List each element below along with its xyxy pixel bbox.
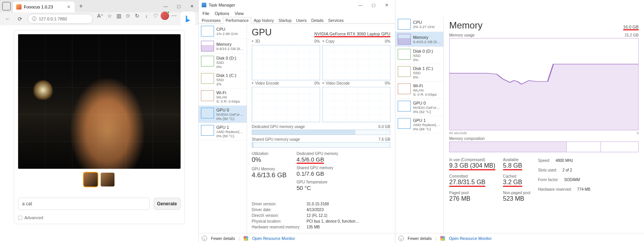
sidebar-item-cpu[interactable]: CPU1% 2.98 GHz (199, 24, 247, 39)
tm-titlebar: Task Manager — ▢ ✕ (199, 0, 395, 10)
detail-title: GPU (252, 27, 272, 38)
reading-list-icon[interactable]: ▥ (115, 12, 123, 20)
image-decoration (18, 34, 181, 169)
generated-image[interactable] (18, 34, 181, 169)
paged-value: 276 MB (449, 195, 495, 202)
memory-graph[interactable] (449, 38, 639, 130)
browser-titlebar: Fooocus 1.0.23 ✕ + — ▢ ✕ (0, 0, 198, 12)
advanced-checkbox[interactable] (18, 216, 22, 220)
sidebar-item-wi-fi[interactable]: Wi-FiWLANS: 0 R: 0 Kbps (199, 88, 247, 106)
memory-total: 16.0 GB (623, 25, 639, 30)
graph-3d[interactable] (252, 45, 320, 80)
sidebar-item-gpu-1[interactable]: GPU 1AMD Radeon(TM) Gra…0% (66 °C) (395, 116, 443, 133)
tab-app-history[interactable]: App history (251, 17, 276, 23)
generate-button[interactable]: Generate (154, 198, 181, 210)
tab-users[interactable]: Users (294, 17, 309, 23)
menu-file[interactable]: File (200, 11, 212, 16)
dedicated-mem-graph[interactable] (252, 130, 390, 135)
sidebar-item-disk-1-c-[interactable]: Disk 1 (C:)SSD5% (395, 64, 443, 82)
sidebar-item-memory[interactable]: Memory9.6/15.2 GB (63%) (199, 39, 247, 54)
avail-label: Available (503, 158, 530, 162)
tab-actions-button[interactable] (2, 2, 11, 10)
prompt-input[interactable] (18, 198, 150, 210)
fewer-details-icon[interactable]: ⌄ (202, 236, 207, 241)
tm-maximize[interactable]: ▢ (368, 3, 379, 8)
more-icon[interactable]: ⋯ (170, 12, 178, 20)
shared-mem-graph[interactable] (252, 142, 390, 148)
graph-copy[interactable] (322, 45, 391, 80)
sidebar-item-memory[interactable]: Memory9.4/15.2 GB (62%) (395, 32, 443, 47)
fewer-details-link[interactable]: Fewer details (408, 236, 432, 241)
prompt-row: Generate (18, 198, 181, 210)
sidebar-item-disk-0-d-[interactable]: Disk 0 (D:)SSD0% (199, 54, 247, 71)
open-resource-monitor-link[interactable]: Open Resource Monitor (449, 236, 491, 241)
browser-tab[interactable]: Fooocus 1.0.23 ✕ (13, 2, 75, 12)
download-icon[interactable]: ↓ (142, 12, 151, 20)
advanced-row[interactable]: Advanced (18, 215, 181, 220)
resource-monitor-icon (440, 236, 445, 241)
sidebar-item-disk-1-c-[interactable]: Disk 1 (C:)SSD2% (199, 71, 247, 88)
new-tab-button[interactable]: + (77, 3, 85, 10)
gpumem-value: 4.6/13.6 GB (252, 171, 287, 179)
chevron-down-icon[interactable]: ▾ (252, 81, 254, 85)
bing-button[interactable] (181, 12, 195, 26)
menu-options[interactable]: Options (212, 11, 232, 16)
graph-copy-label: Copy (326, 39, 335, 43)
sidebar-item-cpu[interactable]: CPU2% 3.27 GHz (395, 17, 443, 32)
tab-performance[interactable]: Performance (223, 17, 251, 24)
sidebar-item-wi-fi[interactable]: Wi-FiWLANS: 0 R: 0 Kbps (395, 82, 443, 99)
maximize-button[interactable]: ▢ (172, 1, 185, 12)
dedmem-value: 4.5/6.0 GB (297, 156, 324, 164)
address-bar[interactable]: ⓘ 127.0.0.1:7860 (28, 14, 93, 24)
util-label: Utilization (252, 151, 287, 156)
gpu-info-block: Driver version: Driver date: DirectX ver… (252, 201, 359, 230)
sidebar-item-gpu-1[interactable]: GPU 1AMD Radeon(TM) Gra…0% (50 °C) (199, 123, 247, 140)
open-resource-monitor-link[interactable]: Open Resource Monitor (252, 236, 295, 241)
close-button[interactable]: ✕ (185, 1, 198, 12)
chevron-down-icon[interactable]: ▾ (322, 39, 324, 43)
graph-video-encode[interactable] (252, 87, 320, 122)
tm-tabs: Processes Performance App history Startu… (199, 17, 395, 24)
url-text: 127.0.0.1:7860 (39, 17, 67, 21)
sidebar-item-gpu-0[interactable]: GPU 0NVIDIA GeForce RTX …0% (62 °C) (395, 99, 443, 116)
inuse-value: 9.3 GB (304 MB) (449, 162, 495, 170)
fewer-details-icon[interactable]: ⌄ (398, 236, 404, 241)
favorite-icon[interactable]: ☆ (105, 12, 114, 20)
fewer-details-link[interactable]: Fewer details (211, 236, 235, 241)
menu-view[interactable]: View (232, 11, 246, 16)
tab-startup[interactable]: Startup (276, 17, 294, 23)
mem-comp-label: Memory composition (449, 136, 485, 141)
graph-3d-label: 3D (255, 39, 260, 43)
chevron-down-icon[interactable]: ▾ (322, 81, 324, 85)
graph-video-decode[interactable] (322, 87, 391, 122)
tab-close-icon[interactable]: ✕ (67, 4, 71, 10)
profile-avatar[interactable] (161, 12, 169, 20)
tm-title-text: Task Manager (209, 3, 235, 7)
favorites-bar-icon[interactable]: ✩ (124, 12, 132, 20)
graph-venc-value: 0% (314, 81, 320, 85)
minimize-button[interactable]: — (159, 1, 172, 12)
tab-details[interactable]: Details (309, 17, 326, 23)
temp-label: GPU Temperature (297, 180, 338, 184)
tab-processes[interactable]: Processes (199, 17, 223, 23)
page-content: × Generate Advanced (0, 25, 198, 243)
sidebar-item-gpu-0[interactable]: GPU 0NVIDIA GeForce RTX …0% (50 °C) (199, 106, 247, 123)
read-aloud-icon[interactable]: A⁺ (96, 12, 105, 20)
history-icon[interactable]: ↻ (133, 12, 141, 20)
sidebar-item-disk-0-d-[interactable]: Disk 0 (D:)SSD0% (395, 47, 443, 64)
shared-mem-max: 7.6 GB (378, 137, 390, 141)
refresh-button[interactable]: ⟳ (15, 14, 25, 23)
site-info-icon[interactable]: ⓘ (32, 16, 37, 22)
tm-footer: ⌄ Fewer details | Open Resource Monitor (199, 233, 395, 243)
thumbnail-1[interactable] (84, 173, 98, 186)
dedicated-mem-max: 6.0 GB (378, 125, 390, 129)
tab-services[interactable]: Services (326, 17, 346, 23)
collections-icon[interactable]: ♡ (151, 12, 160, 20)
memory-composition-bar[interactable] (449, 141, 639, 152)
bing-icon (184, 15, 191, 22)
chevron-down-icon[interactable]: ▾ (252, 39, 254, 43)
tm-close[interactable]: ✕ (381, 3, 392, 8)
thumbnail-2[interactable] (101, 173, 115, 186)
tm-minimize[interactable]: — (355, 3, 366, 7)
back-button[interactable]: ← (3, 14, 12, 23)
